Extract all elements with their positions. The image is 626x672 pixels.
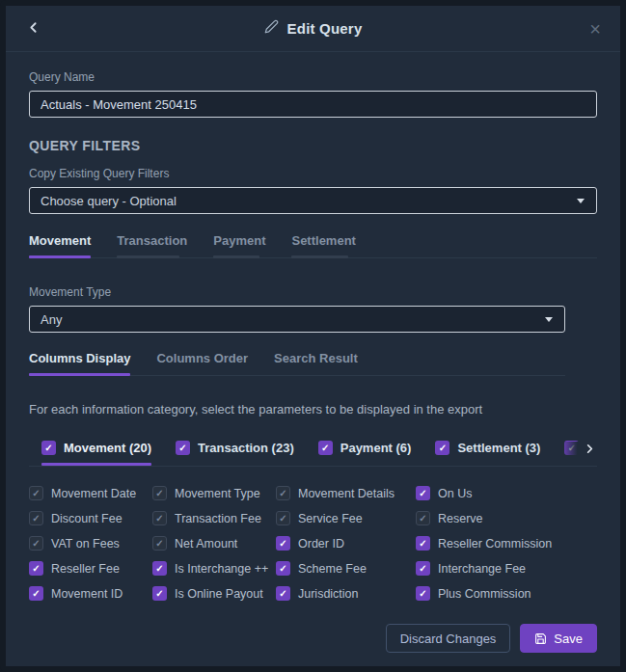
- param-is-online-payout[interactable]: ✓Is Online Payout: [152, 586, 276, 601]
- param-label: Net Amount: [175, 537, 237, 551]
- param-reseller-commission[interactable]: ✓Reseller Commission: [416, 536, 597, 551]
- param-label: Transaction Fee: [175, 512, 261, 525]
- checkbox-check-icon[interactable]: ✓: [435, 441, 449, 455]
- checkbox-check-icon[interactable]: ✓: [416, 561, 430, 576]
- chevron-down-icon: [545, 317, 553, 322]
- param-label: Movement ID: [51, 587, 122, 601]
- tab-settlement[interactable]: Settlement: [291, 233, 355, 248]
- param-vat-on-fees: ✓VAT on Fees: [29, 536, 152, 551]
- category-tab-settlement-3[interactable]: ✓Settlement (3): [435, 441, 540, 455]
- save-button[interactable]: Save: [520, 624, 597, 653]
- instruction-text: For each information category, select th…: [29, 402, 597, 417]
- tab-search-result[interactable]: Search Result: [274, 351, 358, 365]
- discard-changes-button[interactable]: Discard Changes: [386, 624, 511, 653]
- movement-type-label: Movement Type: [29, 285, 597, 299]
- back-chevron-icon: [25, 19, 41, 39]
- query-filters-heading: QUERY FILTERS: [29, 138, 597, 153]
- param-interchange-fee[interactable]: ✓Interchange Fee: [416, 561, 597, 576]
- checkbox-check-icon: ✓: [29, 511, 43, 525]
- param-movement-details: ✓Movement Details: [276, 486, 416, 500]
- modal-footer: Discard Changes Save: [386, 624, 597, 653]
- tab-columns-display[interactable]: Columns Display: [29, 351, 130, 365]
- checkbox-check-icon: ✓: [276, 511, 290, 525]
- param-reseller-fee[interactable]: ✓Reseller Fee: [29, 561, 152, 576]
- filter-tabs: MovementTransactionPaymentSettlement: [29, 233, 597, 258]
- param-scheme-fee[interactable]: ✓Scheme Fee: [276, 561, 416, 576]
- category-label: Movement (20): [64, 441, 151, 455]
- chevron-down-icon: [577, 199, 585, 203]
- param-on-us[interactable]: ✓On Us: [416, 486, 597, 500]
- checkbox-check-icon[interactable]: ✓: [176, 441, 190, 455]
- tab-transaction[interactable]: Transaction: [117, 233, 187, 248]
- category-label: Settlement (3): [457, 441, 540, 455]
- category-tabs-wrap: ✓Movement (20)✓Transaction (23)✓Payment …: [29, 441, 597, 467]
- checkbox-check-icon[interactable]: ✓: [152, 586, 167, 601]
- checkbox-check-icon[interactable]: ✓: [29, 586, 43, 601]
- tab-payment[interactable]: Payment: [213, 233, 265, 248]
- category-tabs: ✓Movement (20)✓Transaction (23)✓Payment …: [29, 441, 597, 466]
- checkbox-check-icon[interactable]: ✓: [416, 486, 430, 500]
- checkbox-check-icon[interactable]: ✓: [416, 586, 430, 601]
- param-service-fee: ✓Service Fee: [276, 511, 416, 525]
- param-label: Reseller Fee: [51, 562, 120, 576]
- param-label: On Us: [438, 487, 472, 500]
- modal-title-wrap: Edit Query: [264, 19, 363, 38]
- param-label: Scheme Fee: [298, 562, 367, 576]
- checkbox-check-icon: ✓: [152, 511, 167, 525]
- param-label: Plus Commission: [438, 587, 531, 601]
- param-is-interchange[interactable]: ✓Is Interchange ++: [152, 561, 276, 576]
- checkbox-check-icon[interactable]: ✓: [41, 441, 56, 455]
- parameter-grid: ✓Movement Date✓Movement Type✓Movement De…: [29, 486, 597, 601]
- copy-filters-select[interactable]: Choose query - Optional: [29, 187, 597, 214]
- display-tabs: Columns DisplayColumns OrderSearch Resul…: [29, 351, 565, 376]
- category-tab-movement-20[interactable]: ✓Movement (20): [41, 441, 151, 455]
- query-name-label: Query Name: [29, 70, 597, 84]
- back-button[interactable]: [21, 15, 45, 42]
- edit-pencil-icon: [264, 19, 279, 38]
- param-label: VAT on Fees: [51, 537, 120, 551]
- param-label: Reseller Commission: [438, 537, 552, 551]
- checkbox-check-icon[interactable]: ✓: [276, 561, 290, 576]
- tab-columns-order[interactable]: Columns Order: [156, 351, 248, 365]
- param-label: Reserve: [438, 512, 483, 525]
- close-button[interactable]: ×: [585, 17, 605, 40]
- param-label: Discount Fee: [51, 512, 122, 525]
- checkbox-check-icon: ✓: [416, 511, 430, 525]
- checkbox-check-icon: ✓: [29, 486, 43, 500]
- category-label: Transaction (23): [198, 441, 294, 455]
- param-movement-id[interactable]: ✓Movement ID: [29, 586, 152, 601]
- checkbox-check-icon[interactable]: ✓: [29, 561, 43, 576]
- category-tab-transaction-23[interactable]: ✓Transaction (23): [176, 441, 294, 455]
- param-label: Is Interchange ++: [175, 562, 268, 576]
- param-label: Movement Type: [175, 487, 260, 500]
- param-movement-type: ✓Movement Type: [152, 486, 276, 500]
- movement-type-select[interactable]: Any: [29, 306, 565, 333]
- edit-query-modal: Edit Query × Query Name QUERY FILTERS Co…: [0, 0, 626, 672]
- param-jurisdiction[interactable]: ✓Jurisdiction: [276, 586, 416, 601]
- movement-type-select-value: Any: [41, 312, 62, 327]
- query-name-input[interactable]: [29, 91, 597, 118]
- param-reserve: ✓Reserve: [416, 511, 597, 525]
- copy-filters-label: Copy Existing Query Filters: [29, 167, 597, 180]
- category-tab-payment-6[interactable]: ✓Payment (6): [318, 441, 412, 455]
- param-order-id[interactable]: ✓Order ID: [276, 536, 416, 551]
- checkbox-check-icon: ✓: [276, 486, 290, 500]
- save-button-label: Save: [554, 632, 583, 646]
- param-label: Jurisdiction: [298, 587, 359, 601]
- checkbox-check-icon[interactable]: ✓: [276, 586, 290, 601]
- tab-movement[interactable]: Movement: [29, 233, 91, 248]
- checkbox-check-icon: ✓: [152, 536, 167, 551]
- scroll-right-icon[interactable]: [561, 442, 597, 456]
- param-label: Movement Date: [51, 487, 136, 500]
- checkbox-check-icon[interactable]: ✓: [318, 441, 333, 455]
- param-movement-date: ✓Movement Date: [29, 486, 152, 500]
- param-net-amount: ✓Net Amount: [152, 536, 276, 551]
- checkbox-check-icon[interactable]: ✓: [276, 536, 290, 551]
- param-transaction-fee: ✓Transaction Fee: [152, 511, 276, 525]
- checkbox-check-icon[interactable]: ✓: [416, 536, 430, 551]
- param-plus-commission[interactable]: ✓Plus Commission: [416, 586, 597, 601]
- param-discount-fee: ✓Discount Fee: [29, 511, 152, 525]
- modal-body: Query Name QUERY FILTERS Copy Existing Q…: [6, 70, 620, 601]
- checkbox-check-icon[interactable]: ✓: [152, 561, 167, 576]
- modal-title: Edit Query: [287, 20, 363, 37]
